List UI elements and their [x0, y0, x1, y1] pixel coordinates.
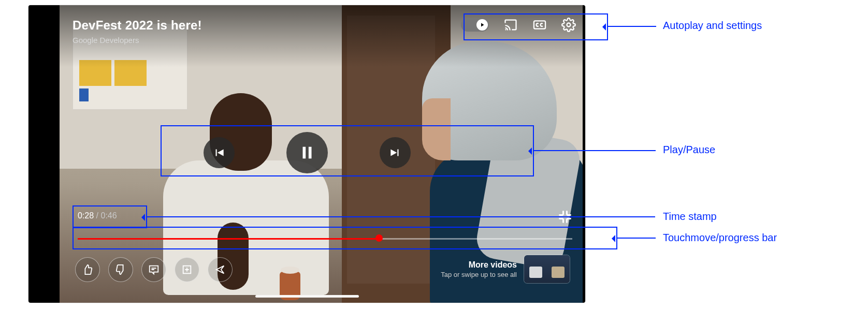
annotation-arrow	[533, 150, 656, 151]
more-videos-thumbnail[interactable]	[524, 255, 570, 283]
playback-controls	[28, 129, 585, 176]
annotation-label-playpause: Play/Pause	[663, 144, 715, 156]
pause-button[interactable]	[286, 132, 328, 173]
like-button[interactable]	[75, 257, 100, 282]
current-time: 0:28	[78, 211, 94, 220]
previous-button[interactable]	[204, 137, 235, 168]
timestamp: 0:28 / 0:46	[78, 211, 117, 220]
annotation-label-autoplay: Autoplay and settings	[663, 20, 762, 32]
svg-rect-5	[308, 147, 311, 159]
channel-name: Google Developers	[73, 36, 206, 45]
duration: 0:46	[100, 211, 117, 220]
comments-button[interactable]	[141, 257, 166, 282]
top-right-controls	[461, 14, 576, 35]
svg-rect-2	[534, 21, 545, 28]
svg-marker-0	[481, 23, 484, 27]
cast-icon[interactable]	[503, 18, 518, 32]
dislike-button[interactable]	[108, 257, 133, 282]
annotation-label-timestamp: Time stamp	[663, 211, 717, 223]
progress-bar[interactable]	[78, 237, 572, 240]
annotation-label-progress: Touchmove/progress bar	[663, 232, 777, 244]
gear-icon[interactable]	[561, 18, 576, 32]
svg-point-1	[505, 29, 507, 30]
progress-thumb[interactable]	[375, 234, 383, 242]
svg-point-3	[567, 23, 571, 27]
annotation-arrow	[607, 26, 656, 27]
captions-icon[interactable]	[532, 18, 547, 32]
home-indicator	[255, 295, 359, 298]
svg-rect-4	[302, 147, 306, 159]
save-button[interactable]	[175, 257, 199, 282]
more-videos-title: More videos	[441, 260, 517, 270]
annotation-arrow	[146, 216, 655, 217]
progress-fill	[78, 238, 379, 240]
video-title-block[interactable]: DevFest 2022 is here! Google Developers	[73, 18, 206, 45]
video-player[interactable]: DevFest 2022 is here! Google Developers	[28, 5, 585, 303]
video-title: DevFest 2022 is here!	[73, 18, 202, 33]
share-button[interactable]	[208, 257, 233, 282]
action-bar	[75, 257, 233, 282]
more-videos[interactable]: More videos Tap or swipe up to see all	[441, 255, 570, 283]
autoplay-toggle[interactable]	[461, 18, 489, 32]
more-videos-hint: Tap or swipe up to see all	[441, 271, 517, 278]
annotation-arrow	[616, 238, 656, 239]
next-button[interactable]	[380, 137, 411, 168]
